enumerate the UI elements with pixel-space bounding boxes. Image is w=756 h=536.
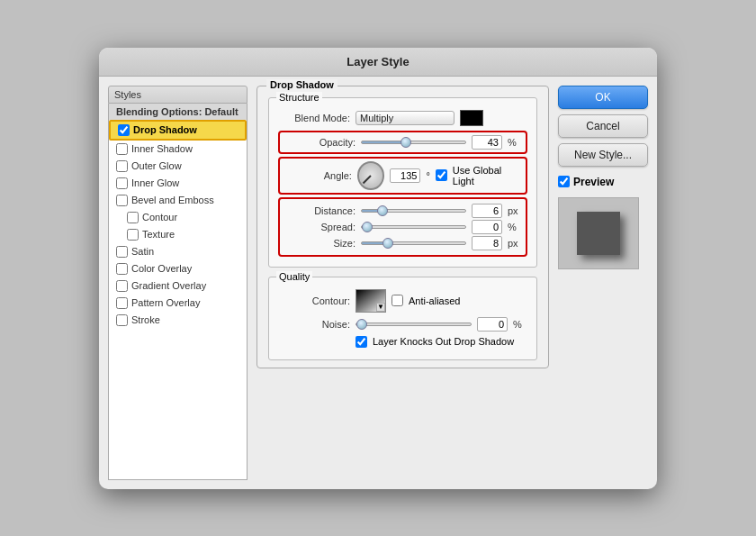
pattern-overlay-label: Pattern Overlay: [131, 297, 200, 308]
size-slider-thumb[interactable]: [382, 238, 393, 249]
shadow-color-swatch[interactable]: [460, 110, 483, 126]
angle-label: Angle:: [284, 170, 352, 181]
spread-slider-thumb[interactable]: [362, 222, 373, 232]
inner-shadow-checkbox[interactable]: [116, 143, 128, 155]
distance-unit: px: [508, 205, 522, 216]
size-input[interactable]: [472, 236, 502, 250]
quality-title: Quality: [276, 271, 312, 282]
inner-glow-label: Inner Glow: [131, 177, 179, 188]
dialog-title-bar: Layer Style: [99, 48, 657, 77]
contour-label: Contour:: [278, 295, 350, 306]
texture-checkbox[interactable]: [127, 229, 139, 241]
spread-input[interactable]: [472, 220, 502, 234]
styles-label: Styles: [108, 86, 248, 104]
anti-aliased-label: Anti-aliased: [409, 295, 460, 306]
sidebar-item-stroke[interactable]: Stroke: [109, 312, 247, 329]
sidebar-item-contour[interactable]: Contour: [109, 209, 247, 226]
distance-label: Distance:: [284, 205, 356, 216]
noise-slider-thumb[interactable]: [356, 319, 367, 330]
spread-row: Spread: %: [284, 220, 522, 234]
opacity-input[interactable]: [472, 135, 502, 150]
blending-options-item[interactable]: Blending Options: Default: [109, 104, 247, 120]
blending-options-label: Blending Options: Default: [116, 106, 238, 117]
sidebar-item-bevel-emboss[interactable]: Bevel and Emboss: [109, 192, 247, 209]
contour-checkbox[interactable]: [127, 212, 139, 223]
drop-shadow-checkbox[interactable]: [118, 124, 130, 136]
blend-mode-select[interactable]: Multiply Normal Screen: [356, 111, 454, 125]
sidebar-item-inner-shadow[interactable]: Inner Shadow: [109, 141, 247, 158]
size-unit: px: [508, 238, 522, 249]
preview-area: [558, 197, 639, 269]
sidebar-item-drop-shadow[interactable]: Drop Shadow: [109, 120, 247, 141]
size-slider[interactable]: [361, 241, 466, 245]
styles-list: Blending Options: Default Drop Shadow In…: [108, 104, 248, 480]
ok-button[interactable]: OK: [558, 86, 648, 109]
size-label: Size:: [284, 238, 356, 249]
spread-slider[interactable]: [361, 225, 466, 229]
spread-label: Spread:: [284, 222, 356, 232]
main-content: Drop Shadow Structure Blend Mode: Multip…: [256, 86, 549, 480]
noise-input[interactable]: [477, 317, 508, 332]
opacity-slider[interactable]: [361, 141, 466, 144]
angle-dial[interactable]: [357, 161, 385, 190]
layer-style-dialog: Layer Style Styles Blending Options: Def…: [99, 48, 657, 489]
sidebar-item-gradient-overlay[interactable]: Gradient Overlay: [109, 277, 247, 295]
opacity-unit: %: [508, 137, 522, 148]
sidebar-item-satin[interactable]: Satin: [109, 243, 247, 260]
opacity-label: Opacity:: [284, 137, 356, 148]
preview-row: Preview: [558, 176, 648, 188]
drop-shadow-panel: Drop Shadow Structure Blend Mode: Multip…: [256, 86, 549, 368]
drop-shadow-section-title: Drop Shadow: [266, 79, 338, 90]
sidebar-item-pattern-overlay[interactable]: Pattern Overlay: [109, 295, 247, 312]
distance-slider-thumb[interactable]: [377, 205, 388, 216]
new-style-button[interactable]: New Style...: [558, 143, 648, 167]
distance-row: Distance: px: [284, 204, 522, 218]
gradient-overlay-checkbox[interactable]: [116, 280, 128, 292]
blend-mode-row: Blend Mode: Multiply Normal Screen: [278, 110, 527, 126]
distance-input[interactable]: [472, 204, 502, 218]
noise-unit: %: [513, 319, 527, 330]
sidebar-item-texture[interactable]: Texture: [109, 226, 247, 243]
preview-checkbox[interactable]: [558, 176, 570, 187]
spread-unit: %: [508, 222, 522, 232]
angle-row: Angle: ° Use Global Light: [284, 161, 522, 190]
stroke-checkbox[interactable]: [116, 314, 128, 326]
noise-label: Noise:: [278, 319, 350, 330]
layer-knocks-out-checkbox[interactable]: [356, 336, 367, 348]
use-global-light-label: Use Global Light: [453, 165, 522, 186]
sidebar-item-color-overlay[interactable]: Color Overlay: [109, 260, 247, 277]
anti-aliased-checkbox[interactable]: [392, 295, 403, 306]
use-global-light-checkbox[interactable]: [436, 169, 447, 181]
pattern-overlay-checkbox[interactable]: [116, 297, 128, 309]
dialog-body: Styles Blending Options: Default Drop Sh…: [99, 77, 657, 489]
bevel-emboss-label: Bevel and Emboss: [131, 195, 214, 205]
inner-shadow-label: Inner Shadow: [131, 143, 193, 154]
preview-label: Preview: [573, 176, 614, 188]
noise-slider[interactable]: [356, 323, 472, 326]
sidebar-item-inner-glow[interactable]: Inner Glow: [109, 175, 247, 192]
sidebar-item-outer-glow[interactable]: Outer Glow: [109, 158, 247, 175]
contour-label: Contour: [142, 212, 177, 223]
outer-glow-checkbox[interactable]: [116, 160, 128, 172]
distance-slider[interactable]: [361, 209, 466, 213]
bevel-emboss-checkbox[interactable]: [116, 195, 128, 206]
buttons-panel: OK Cancel New Style... Preview: [558, 86, 648, 480]
gradient-overlay-label: Gradient Overlay: [131, 280, 206, 291]
cancel-button[interactable]: Cancel: [558, 114, 648, 138]
satin-checkbox[interactable]: [116, 246, 128, 258]
noise-row: Noise: %: [278, 317, 527, 332]
opacity-slider-thumb[interactable]: [400, 137, 411, 148]
dialog-title: Layer Style: [346, 55, 409, 68]
inner-glow-checkbox[interactable]: [116, 177, 128, 189]
drop-shadow-label: Drop Shadow: [133, 124, 197, 135]
opacity-highlight-group: Opacity: %: [278, 131, 527, 154]
color-overlay-checkbox[interactable]: [116, 263, 128, 275]
size-row: Size: px: [284, 236, 522, 250]
contour-dropdown-arrow[interactable]: ▼: [376, 303, 385, 312]
contour-preview[interactable]: ▼: [356, 289, 386, 313]
left-panel: Styles Blending Options: Default Drop Sh…: [108, 86, 248, 480]
angle-highlight-group: Angle: ° Use Global Light: [278, 157, 527, 195]
structure-title: Structure: [276, 92, 322, 103]
angle-input[interactable]: [390, 168, 420, 183]
stroke-label: Stroke: [131, 314, 160, 325]
